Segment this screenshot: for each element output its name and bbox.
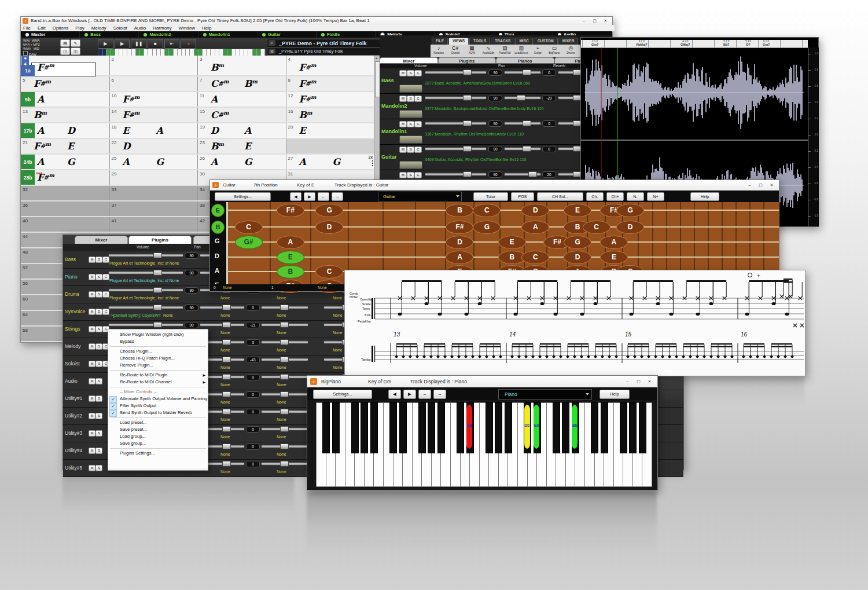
plugin-slot-none[interactable]: None <box>220 365 230 369</box>
context-menu-item[interactable]: Load group... <box>108 433 208 440</box>
slider-thumb[interactable] <box>222 374 231 380</box>
plugin-slot-none[interactable]: None <box>220 296 230 300</box>
plugin-m-button[interactable]: M <box>89 274 95 280</box>
plugin-m-button[interactable]: M <box>89 395 95 402</box>
black-key[interactable] <box>601 402 608 453</box>
transport-record-button[interactable]: ● <box>181 39 196 49</box>
context-menu-item[interactable]: Plugins Settings... <box>108 450 208 457</box>
highlighted-note-eb[interactable]: Eb <box>466 405 472 449</box>
context-menu-item[interactable]: ✓Send Synth Output to Master Reverb <box>108 409 208 416</box>
chord-symbol[interactable]: A <box>211 95 218 104</box>
volume-slider[interactable] <box>425 147 487 151</box>
guitar-minimize-icon[interactable]: – <box>745 182 755 188</box>
plugin-slot-none[interactable]: None <box>333 313 343 317</box>
plugin-slot-name[interactable]: ->[Default Synth]: CoyoteWT <box>109 313 161 317</box>
track-s-button[interactable]: S <box>407 172 414 178</box>
chart-bar-cell[interactable]: 21F#mE <box>21 139 109 153</box>
context-menu-item[interactable]: Save preset... <box>108 426 208 433</box>
plugin-slider-3[interactable] <box>261 462 308 466</box>
ribbon-icon-acw[interactable]: ▦ACW <box>464 45 480 57</box>
chart-bar-cell[interactable]: 24bAG <box>21 155 109 169</box>
fret-note-d[interactable]: D <box>616 221 644 234</box>
pan-slider[interactable] <box>504 147 541 151</box>
chord-symbol[interactable]: F#m <box>299 63 317 72</box>
ribbon-icon-audioedit[interactable]: ∿AudioEdit <box>480 45 497 57</box>
piano-nav-3[interactable]: → <box>433 390 446 399</box>
track-c-button[interactable]: C <box>414 96 422 102</box>
plugin-s-button[interactable]: S <box>95 309 102 315</box>
black-key[interactable] <box>361 402 368 453</box>
plugin-slider-3[interactable] <box>261 393 308 396</box>
mixer-fader-cap[interactable] <box>399 85 422 93</box>
transport-play-jukebox-button[interactable]: ▶ <box>115 39 130 49</box>
guitar-button-n-[interactable]: N- <box>627 192 644 201</box>
plugin-slot-none[interactable]: None <box>333 365 343 369</box>
plugin-m-button[interactable]: M <box>89 343 95 350</box>
plugin-m-button[interactable]: M <box>89 413 95 419</box>
slider-thumb[interactable] <box>280 305 289 310</box>
context-menu-item[interactable]: -- Mixer Controls -- <box>108 389 208 395</box>
plugin-slot-none[interactable]: None <box>220 313 230 317</box>
plugin-c-button[interactable]: C <box>102 274 109 280</box>
chord-symbol[interactable]: F#m <box>37 63 54 72</box>
guitar-nav-0[interactable]: ◀ <box>290 192 301 201</box>
slider-thumb[interactable] <box>222 409 231 415</box>
fret-note-e[interactable]: E <box>564 204 591 217</box>
guitar-string[interactable] <box>226 210 779 211</box>
menu-harmony[interactable]: Harmony <box>153 25 171 31</box>
black-key[interactable] <box>562 402 569 453</box>
ribbon-tab-tools[interactable]: TOOLS <box>469 38 490 45</box>
chord-symbol[interactable]: F#m <box>34 142 51 151</box>
track-button-mandolin2[interactable]: Mandolin2 <box>139 31 198 38</box>
plugin-slot-none[interactable]: None <box>277 435 286 439</box>
slider-thumb[interactable] <box>280 409 289 415</box>
mixer-fader-cap[interactable] <box>399 161 422 169</box>
context-menu-item[interactable]: Choose Hi-Q Patch Plugin... <box>108 355 208 362</box>
track-c-button[interactable]: C <box>414 172 422 178</box>
chart-bar-cell[interactable]: 13Bm <box>21 108 109 122</box>
fret-note-c[interactable]: C <box>583 221 610 234</box>
plugin-slider-3[interactable] <box>261 340 308 344</box>
chart-bar-cell[interactable]: 33 <box>109 186 198 200</box>
guitar-track-dropdown[interactable]: Guitar <box>378 192 462 201</box>
chord-symbol[interactable]: D <box>123 142 131 151</box>
chart-bar-cell[interactable]: 36 <box>21 201 109 216</box>
chart-bar-cell[interactable]: 40 <box>21 217 109 232</box>
guitar-string[interactable] <box>226 226 779 228</box>
fret-note-c[interactable]: C <box>473 204 501 217</box>
transport-play-button[interactable]: ▶ <box>98 39 113 49</box>
fret-note-d[interactable]: D <box>315 221 343 234</box>
mixer-track-name[interactable]: Bass <box>381 78 394 83</box>
ribbon-tab-mixer[interactable]: MIXER <box>558 38 579 45</box>
piano-maximize-icon[interactable]: ▢ <box>634 378 643 384</box>
slider-thumb[interactable] <box>280 461 289 467</box>
file-format-label[interactable]: WMA MID <box>23 47 39 50</box>
close-icon[interactable]: ✕ <box>601 17 610 24</box>
plugin-track-name[interactable]: SynVoice <box>65 309 85 314</box>
track-button-master[interactable]: Master <box>21 31 80 38</box>
chord-symbol[interactable]: F#m <box>37 173 54 182</box>
track-c-button[interactable]: C <box>414 121 422 127</box>
plugin-c-button[interactable]: C <box>102 309 109 315</box>
mixer-fader-cap[interactable] <box>399 110 422 118</box>
black-key[interactable] <box>629 402 637 453</box>
chart-bar-cell[interactable]: 28bmelF#m <box>21 170 109 185</box>
ribbon-tab-custom[interactable]: CUSTOM <box>534 38 558 45</box>
plugin-c-button[interactable]: C <box>102 256 109 263</box>
slider-thumb[interactable] <box>523 69 531 75</box>
plugin-track-name[interactable]: Audio <box>65 378 78 384</box>
plugin-slider-3[interactable] <box>261 410 308 413</box>
chart-bar-cell[interactable]: 19DA <box>197 123 286 138</box>
slider-thumb[interactable] <box>222 357 231 362</box>
context-menu-item[interactable]: Re-Route to MIDI Plugin▶ <box>108 372 208 379</box>
minimize-icon[interactable]: – <box>579 17 589 24</box>
track-m-button[interactable]: M <box>399 70 407 76</box>
plugin-slot-none[interactable]: None <box>333 331 343 335</box>
transport-stop-button[interactable]: ■ <box>148 39 163 49</box>
chord-symbol[interactable]: D <box>211 126 219 135</box>
black-key[interactable] <box>591 402 598 453</box>
part-marker[interactable]: 17b <box>21 123 35 138</box>
chart-bar-cell[interactable]: 7C#mBm <box>197 76 286 91</box>
black-key[interactable] <box>322 402 330 453</box>
chord-symbol[interactable]: G <box>244 157 252 167</box>
